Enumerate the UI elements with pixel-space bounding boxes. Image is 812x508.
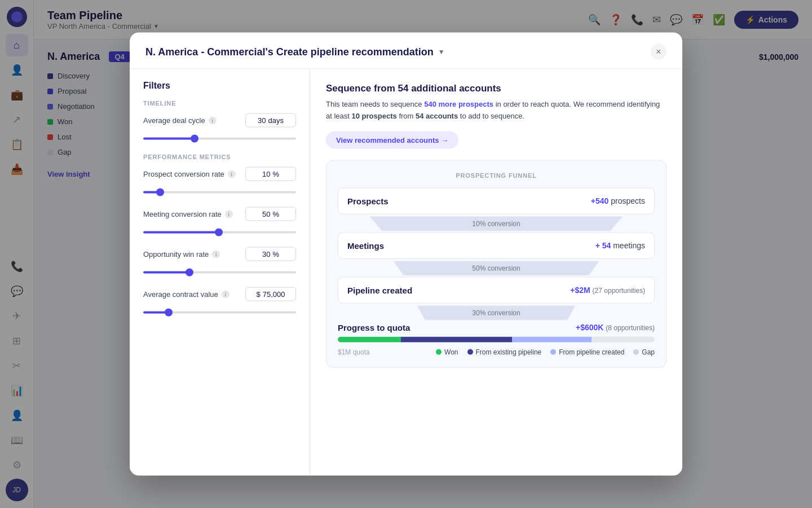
conv3-label: 30% conversion <box>417 305 576 320</box>
modal-header: N. America - Commercial's Create pipelin… <box>130 33 682 69</box>
ten-prospects-highlight: 10 prospects <box>352 111 397 120</box>
prospects-stage: Prospects +540 prospects <box>338 187 655 214</box>
quota-label: $1M quota <box>338 348 370 356</box>
progress-bar <box>338 336 655 342</box>
avg-deal-label: Average deal cycle i <box>143 116 217 125</box>
prospect-conv-info-icon[interactable]: i <box>228 170 236 178</box>
opp-win-label: Opportunity win rate i <box>143 250 220 259</box>
prospect-conv-slider[interactable] <box>143 191 296 194</box>
meeting-conv-label: Meeting conversion rate i <box>143 210 233 218</box>
funnel-arrow-3: 30% conversion <box>338 305 655 320</box>
legend-existing: From existing pipeline <box>467 348 542 356</box>
filters-panel: Filters TIMELINE Average deal cycle i 30… <box>130 69 310 476</box>
meeting-conv-filter: Meeting conversion rate i 50 % <box>143 207 296 236</box>
prospect-conv-filter: Prospect conversion rate i 10 % <box>143 167 296 196</box>
legend-created: From pipeline created <box>550 348 624 356</box>
legend-won: Won <box>436 348 458 356</box>
progress-gap-segment <box>592 336 655 342</box>
funnel-arrow-1: 10% conversion <box>338 216 655 231</box>
avg-contract-input[interactable]: $ 75,000 <box>245 287 296 301</box>
progress-won-segment <box>338 336 401 342</box>
pipeline-value: +$2M (27 opportunities) <box>570 286 645 295</box>
avg-deal-input[interactable]: 30 days <box>245 113 296 128</box>
54-accounts-highlight: 54 accounts <box>416 111 458 120</box>
avg-contract-label: Average contract value i <box>143 290 230 299</box>
opp-win-info-icon[interactable]: i <box>212 250 220 258</box>
prospect-conv-input[interactable]: 10 % <box>245 167 296 181</box>
perf-section-label: PERFORMANCE METRICS <box>143 154 296 160</box>
right-description: This team needs to sequence 540 more pro… <box>326 99 667 122</box>
progress-label: Progress to quota <box>338 322 410 332</box>
pipeline-recommendation-modal: N. America - Commercial's Create pipelin… <box>130 33 682 476</box>
conv2-label: 50% conversion <box>393 261 599 275</box>
avg-deal-slider[interactable] <box>143 138 296 140</box>
progress-created-segment <box>512 336 592 342</box>
modal-title: N. America - Commercial's Create pipelin… <box>145 46 445 58</box>
meeting-conv-info-icon[interactable]: i <box>225 210 233 218</box>
opp-win-filter: Opportunity win rate i 30 % <box>143 247 296 276</box>
right-title: Sequence from 54 additional accounts <box>326 83 667 94</box>
pipeline-label: Pipeline created <box>347 285 412 295</box>
existing-dot <box>467 349 473 354</box>
prospect-conv-label: Prospect conversion rate i <box>143 170 236 178</box>
meeting-conv-slider[interactable] <box>143 231 296 234</box>
avg-deal-filter: Average deal cycle i 30 days <box>143 113 296 142</box>
view-recommended-accounts-button[interactable]: View recommended accounts → <box>326 131 458 148</box>
meeting-conv-input[interactable]: 50 % <box>245 207 296 221</box>
progress-existing-segment <box>401 336 512 342</box>
progress-quota-section: Progress to quota +$600K (8 opportunitie… <box>338 322 655 356</box>
prospects-label: Prospects <box>347 196 389 205</box>
funnel-arrow-2: 50% conversion <box>338 261 655 275</box>
gap-dot <box>633 349 639 354</box>
modal-body: Filters TIMELINE Average deal cycle i 30… <box>130 69 682 476</box>
created-dot <box>550 349 556 354</box>
progress-value: +$600K (8 opportunities) <box>576 323 655 332</box>
avg-contract-info-icon[interactable]: i <box>222 290 230 298</box>
funnel-title: PROSPECTING FUNNEL <box>338 172 655 178</box>
funnel-panel: Sequence from 54 additional accounts Thi… <box>310 69 682 476</box>
pipeline-stage: Pipeline created +$2M (27 opportunities) <box>338 277 655 303</box>
title-chevron-icon[interactable]: ▼ <box>438 48 445 56</box>
opp-win-input[interactable]: 30 % <box>245 247 296 261</box>
legend-gap: Gap <box>633 348 655 356</box>
conv1-label: 10% conversion <box>369 216 623 231</box>
prospects-highlight: 540 more prospects <box>424 100 493 108</box>
filters-heading: Filters <box>143 81 296 91</box>
avg-deal-info-icon[interactable]: i <box>209 116 217 124</box>
timeline-section-label: TIMELINE <box>143 100 296 107</box>
avg-contract-filter: Average contract value i $ 75,000 <box>143 287 296 316</box>
won-dot <box>436 349 442 354</box>
prospects-value: +540 prospects <box>591 196 645 205</box>
meetings-stage: Meetings + 54 meetings <box>338 232 655 259</box>
modal-close-button[interactable]: × <box>651 44 667 60</box>
opp-win-slider[interactable] <box>143 271 296 274</box>
avg-contract-slider[interactable] <box>143 312 296 314</box>
funnel-card: PROSPECTING FUNNEL Prospects +540 prospe… <box>326 160 667 367</box>
legend: Won From existing pipeline From pipeline… <box>436 348 655 356</box>
meetings-value: + 54 meetings <box>595 241 645 250</box>
meetings-label: Meetings <box>347 240 384 250</box>
